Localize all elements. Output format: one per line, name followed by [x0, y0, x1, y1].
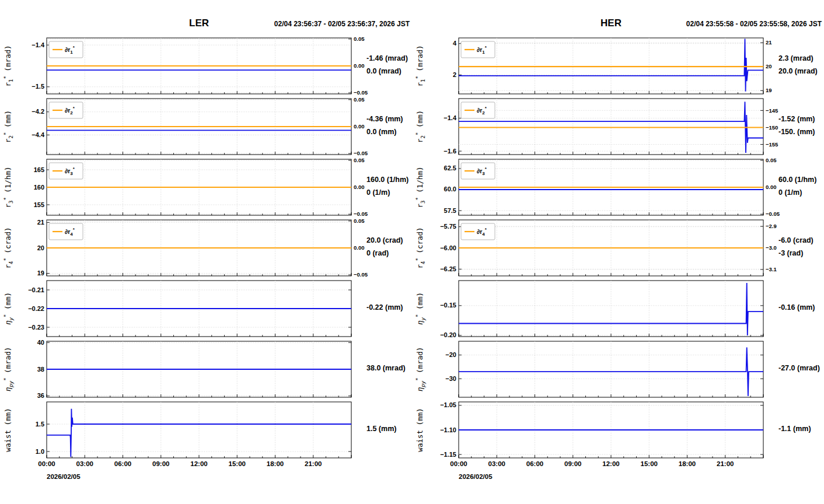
- date-label: 2026/02/05: [459, 473, 493, 480]
- right-tick-label: 21: [766, 39, 772, 46]
- value-label-blue: -1.52 (mm): [778, 115, 815, 123]
- right-tick-label: −0.05: [766, 211, 780, 217]
- value-label-orange: 0 (rad): [366, 249, 389, 257]
- y-axis-label: waist (mm): [4, 408, 12, 452]
- left-tick-label: −30: [445, 375, 456, 382]
- y-axis-label: ηpy* (mrad): [415, 347, 426, 391]
- left-tick-label: 62.5: [444, 164, 456, 172]
- x-tick-label: 18:00: [267, 460, 284, 467]
- y-axis-label: r4* (crad): [415, 227, 426, 268]
- x-tick-label: 21:00: [305, 460, 322, 467]
- left-tick-label: −6.25: [440, 265, 456, 272]
- value-label-orange: 20.0 (mrad): [778, 67, 818, 75]
- left-tick-label: −0.21: [28, 286, 44, 293]
- value-label-blue: -1.46 (mrad): [366, 54, 408, 62]
- y-axis-label: r3* (1/hm): [3, 166, 14, 208]
- value-label-blue: 38.0 (mrad): [366, 364, 406, 372]
- panel-eta-y: −0.21−0.22−0.23ηy* (mm)-0.22 (mm): [0, 279, 412, 340]
- panel-waist: −1.05−1.10−1.15waist (mm)-1.1 (mm)00:000…: [412, 400, 824, 482]
- x-tick-label: 18:00: [679, 460, 696, 467]
- panel-eta-py: −20−30ηpy* (mrad)-27.0 (mrad): [412, 340, 824, 400]
- left-tick-label: −4.2: [32, 108, 44, 115]
- value-label-orange: 0 (1/m): [366, 188, 390, 197]
- value-label-blue: 20.0 (crad): [366, 236, 403, 244]
- right-tick-label: 0.00: [354, 123, 365, 130]
- value-label-orange: -150. (mm): [778, 128, 815, 136]
- value-label-blue: -27.0 (mrad): [778, 364, 820, 372]
- value-label-orange: 0 (1/m): [778, 188, 802, 197]
- right-tick-label: 0.05: [354, 158, 365, 163]
- panel-r1: 42212019r1* (mrad)∂r1*2.3 (mrad)20.0 (mr…: [412, 36, 824, 97]
- x-tick-label: 15:00: [641, 460, 658, 467]
- panel-r2: −1.4−1.6−145−150−155r2* (mm)∂r2*-1.52 (m…: [412, 97, 824, 158]
- right-tick-label: 0.05: [354, 36, 365, 42]
- left-tick-label: −6.00: [440, 244, 456, 251]
- right-tick-label: 19: [766, 87, 772, 93]
- left-tick-label: −1.10: [440, 426, 456, 433]
- panel-r1: −1.4−1.50.050.00−0.05r1* (mrad)∂r1*-1.46…: [0, 36, 412, 97]
- left-tick-label: −0.22: [28, 305, 44, 312]
- right-tick-label: −0.05: [354, 271, 368, 278]
- left-tick-label: 21: [37, 219, 44, 226]
- x-tick-label: 06:00: [114, 460, 131, 467]
- value-label-blue: -0.22 (mm): [366, 303, 403, 312]
- legend: ∂r2*: [461, 102, 495, 118]
- x-tick-label: 09:00: [152, 460, 169, 467]
- right-tick-label: −3.0: [766, 244, 777, 251]
- x-tick-label: 09:00: [564, 460, 581, 467]
- left-tick-label: −1.05: [440, 401, 456, 408]
- left-tick-label: −20: [445, 351, 456, 358]
- y-axis-label: r1* (mrad): [3, 45, 14, 86]
- panel-r2: −4.2−4.40.050.00−0.05r2* (mm)∂r2*-4.36 (…: [0, 97, 412, 158]
- date-label: 2026/02/05: [47, 473, 81, 480]
- right-tick-label: 0.05: [766, 158, 777, 163]
- left-tick-label: 19: [37, 270, 44, 276]
- column-ler: LER02/04 23:56:37 - 02/05 23:56:37, 2026…: [0, 0, 412, 482]
- x-tick-label: 12:00: [190, 460, 207, 467]
- right-tick-label: −0.05: [354, 150, 368, 156]
- panel-r4: −5.75−6.00−6.25−2.9−3.0−3.1r4* (crad)∂r4…: [412, 218, 824, 279]
- legend: ∂r4*: [49, 223, 83, 240]
- left-tick-label: 38: [37, 366, 44, 373]
- left-tick-label: 57.5: [444, 207, 456, 214]
- y-axis-label: r1* (mrad): [415, 45, 426, 86]
- right-tick-label: −0.05: [354, 89, 368, 96]
- value-label-blue: -1.1 (mm): [778, 425, 811, 433]
- y-axis-label: ηy* (mm): [3, 292, 14, 325]
- value-label-blue: 1.5 (mm): [366, 425, 396, 433]
- left-tick-label: −0.15: [440, 302, 456, 309]
- right-tick-label: −2.9: [766, 223, 777, 229]
- value-label-blue: -0.16 (mm): [778, 303, 815, 312]
- value-label-blue: 160.0 (1/hm): [366, 176, 408, 184]
- optics-monitor-figure: LER02/04 23:56:37 - 02/05 23:56:37, 2026…: [0, 0, 824, 482]
- y-axis-label: r2* (mm): [415, 110, 426, 143]
- column-header: LER02/04 23:56:37 - 02/05 23:56:37, 2026…: [0, 0, 412, 36]
- right-tick-label: −3.1: [766, 266, 777, 272]
- value-label-orange: 0.0 (mrad): [366, 67, 401, 75]
- x-tick-label: 21:00: [717, 460, 734, 467]
- legend: ∂r2*: [49, 102, 83, 118]
- left-tick-label: 36: [37, 392, 44, 399]
- left-tick-label: 40: [37, 340, 44, 346]
- panel-r4: 2120190.050.00−0.05r4* (crad)∂r4*20.0 (c…: [0, 218, 412, 279]
- value-label-blue: 2.3 (mrad): [778, 54, 813, 62]
- value-label-blue: -6.0 (crad): [778, 236, 813, 244]
- right-tick-label: 0.00: [354, 244, 365, 251]
- left-tick-label: 1.0: [36, 448, 44, 455]
- left-tick-label: −4.4: [32, 131, 45, 138]
- legend: ∂r3*: [49, 163, 83, 179]
- left-tick-label: −5.75: [440, 223, 456, 230]
- left-tick-label: −1.4: [444, 114, 457, 121]
- panel-r3: 62.560.057.50.050.00−0.05r3* (1/hm)∂r3*6…: [412, 158, 824, 218]
- time-range-label: 02/04 23:56:37 - 02/05 23:56:37, 2026 JS…: [274, 20, 410, 28]
- value-label-blue: -4.36 (mm): [366, 115, 403, 123]
- x-tick-label: 00:00: [38, 460, 55, 467]
- left-tick-label: −0.20: [440, 331, 456, 338]
- y-axis-label: r2* (mm): [3, 110, 14, 143]
- y-axis-label: waist (mm): [416, 408, 424, 452]
- right-tick-label: 0.05: [354, 218, 365, 224]
- left-tick-label: 160: [34, 184, 44, 191]
- right-tick-label: 20: [766, 63, 772, 69]
- left-tick-label: −0.23: [28, 324, 44, 331]
- y-axis-label: ηy* (mm): [415, 292, 426, 325]
